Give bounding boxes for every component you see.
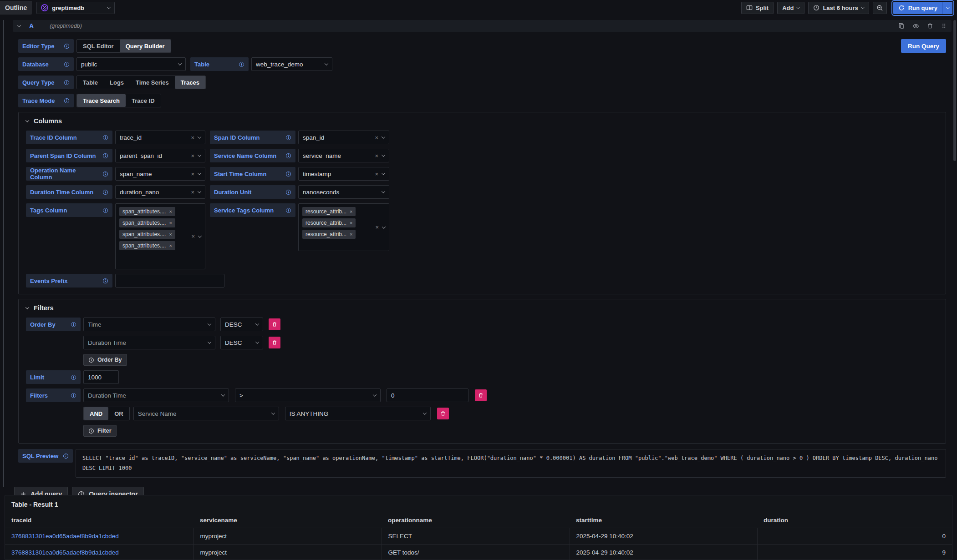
query-row-header[interactable]: A (greptimedb) — [13, 20, 952, 32]
filter-field-select[interactable]: Service Name — [133, 407, 279, 420]
info-icon[interactable] — [64, 98, 70, 104]
clear-icon[interactable]: × — [191, 134, 194, 141]
info-icon[interactable] — [102, 189, 108, 195]
add-order-by-button[interactable]: Order By — [83, 354, 127, 366]
parent-span-id-column-select[interactable]: parent_span_id × — [115, 149, 205, 162]
remove-chip-icon[interactable]: × — [350, 220, 352, 226]
duplicate-query-icon[interactable] — [898, 23, 905, 29]
info-icon[interactable] — [63, 453, 69, 459]
events-prefix-input[interactable] — [115, 274, 224, 288]
trace-mode-option-trace-search[interactable]: Trace Search — [77, 94, 126, 107]
table-select[interactable]: web_trace_demo — [251, 57, 332, 71]
column-header-servicename[interactable]: servicename — [193, 513, 382, 528]
column-header-traceid[interactable]: traceid — [5, 513, 193, 528]
delete-query-trash-icon[interactable] — [927, 23, 933, 29]
zoom-out-time-button[interactable] — [873, 2, 887, 14]
clear-icon[interactable]: × — [375, 134, 378, 141]
remove-chip-icon[interactable]: × — [169, 243, 172, 248]
start-time-column-select[interactable]: timestamp × — [298, 167, 389, 181]
remove-filter-button[interactable] — [437, 408, 449, 419]
info-icon[interactable] — [71, 393, 76, 399]
remove-order-by-button[interactable] — [269, 318, 280, 330]
filter-field-select[interactable]: Duration Time — [83, 388, 229, 402]
split-button[interactable]: Split — [741, 2, 774, 14]
hide-response-eye-icon[interactable] — [912, 23, 919, 30]
add-dropdown-button[interactable]: Add — [777, 2, 804, 14]
clear-icon[interactable]: × — [191, 171, 194, 177]
pane-resize-gutter[interactable] — [3, 20, 4, 487]
tags-column-multiselect[interactable]: span_attributes....× span_attributes....… — [115, 203, 205, 269]
columns-section-header[interactable]: Columns — [19, 112, 946, 130]
info-icon[interactable] — [239, 61, 244, 67]
filter-operator-select[interactable]: IS ANYTHING — [285, 407, 431, 420]
clear-icon[interactable]: × — [191, 152, 194, 159]
remove-chip-icon[interactable]: × — [350, 232, 352, 237]
clear-icon[interactable]: × — [191, 189, 194, 196]
order-by-field-select[interactable]: Duration Time — [83, 336, 215, 349]
vertical-scrollbar[interactable] — [953, 20, 956, 161]
remove-order-by-button[interactable] — [269, 337, 280, 348]
info-icon[interactable] — [285, 135, 291, 141]
column-header-starttime[interactable]: starttime — [570, 513, 757, 528]
trace-id-link[interactable]: 3768831301ea0d65adaef8b9da1cbded — [11, 549, 119, 556]
filters-section-header[interactable]: Filters — [19, 299, 946, 317]
info-icon[interactable] — [102, 207, 108, 213]
remove-chip-icon[interactable]: × — [350, 209, 352, 214]
trace-id-column-select[interactable]: trace_id × — [115, 131, 205, 144]
remove-chip-icon[interactable]: × — [169, 232, 172, 237]
service-tags-column-multiselect[interactable]: resource_attrib...× resource_attrib...× … — [298, 203, 389, 251]
operation-name-column-select[interactable]: span_name × — [115, 167, 205, 181]
trace-mode-option-trace-id[interactable]: Trace ID — [126, 94, 161, 107]
remove-filter-button[interactable] — [475, 389, 487, 401]
column-header-operationname[interactable]: operationname — [382, 513, 570, 528]
datasource-picker[interactable]: greptimedb — [36, 2, 115, 14]
editor-type-option-sql-editor[interactable]: SQL Editor — [77, 40, 120, 52]
info-icon[interactable] — [102, 171, 108, 177]
info-icon[interactable] — [64, 43, 70, 49]
span-id-column-select[interactable]: span_id × — [298, 131, 389, 144]
limit-input[interactable]: 1000 — [83, 370, 119, 384]
run-query-interval-caret[interactable] — [942, 2, 952, 14]
filter-operator-select[interactable]: > — [235, 388, 381, 402]
filter-value-input[interactable]: 0 — [387, 388, 468, 402]
filter-logic-or[interactable]: OR — [108, 407, 129, 420]
outline-toggle-button[interactable]: Outline — [0, 1, 32, 15]
info-icon[interactable] — [71, 374, 76, 380]
duration-unit-select[interactable]: nanoseconds — [298, 185, 389, 199]
info-icon[interactable] — [102, 278, 108, 284]
info-icon[interactable] — [64, 80, 70, 86]
editor-type-option-query-builder[interactable]: Query Builder — [120, 40, 171, 52]
info-icon[interactable] — [285, 207, 291, 213]
info-icon[interactable] — [285, 171, 291, 177]
order-by-field-select[interactable]: Time — [83, 318, 215, 331]
order-by-direction-select[interactable]: DESC — [220, 336, 263, 349]
info-icon[interactable] — [285, 153, 291, 159]
remove-chip-icon[interactable]: × — [169, 209, 172, 214]
info-icon[interactable] — [102, 135, 108, 141]
info-icon[interactable] — [64, 61, 70, 67]
clear-icon[interactable]: × — [375, 152, 378, 159]
filter-logic-and[interactable]: AND — [84, 407, 108, 420]
clear-icon[interactable]: × — [375, 171, 378, 177]
time-range-picker[interactable]: Last 6 hours — [808, 2, 869, 14]
column-header-duration[interactable]: duration — [757, 513, 952, 528]
info-icon[interactable] — [285, 189, 291, 195]
duration-time-column-select[interactable]: duration_nano × — [115, 185, 205, 199]
clear-icon[interactable]: × — [191, 233, 195, 240]
drag-handle-icon[interactable] — [941, 23, 947, 29]
remove-chip-icon[interactable]: × — [169, 220, 172, 226]
info-icon[interactable] — [102, 153, 108, 159]
info-icon[interactable] — [71, 322, 76, 328]
query-type-option-time-series[interactable]: Time Series — [130, 76, 175, 89]
query-type-option-traces[interactable]: Traces — [175, 76, 205, 89]
order-by-direction-select[interactable]: DESC — [220, 318, 263, 331]
query-type-option-logs[interactable]: Logs — [104, 76, 130, 89]
clear-icon[interactable]: × — [375, 224, 379, 231]
run-query-button[interactable]: Run query — [893, 2, 942, 14]
query-type-option-table[interactable]: Table — [77, 76, 104, 89]
editor-run-query-button[interactable]: Run Query — [901, 39, 946, 53]
trace-id-link[interactable]: 3768831301ea0d65adaef8b9da1cbded — [11, 533, 119, 540]
add-filter-button[interactable]: Filter — [83, 425, 117, 437]
database-select[interactable]: public — [76, 57, 186, 71]
service-name-column-select[interactable]: service_name × — [298, 149, 389, 162]
